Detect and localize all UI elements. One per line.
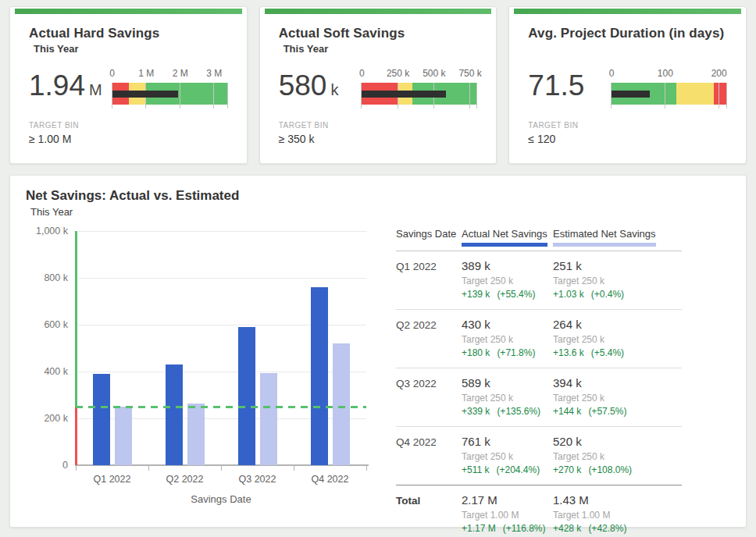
bar-actual[interactable] bbox=[166, 365, 183, 465]
y-axis-above-target bbox=[75, 231, 77, 407]
actual-cell: 430 kTarget 250 k+180 k(+71.8%) bbox=[462, 318, 553, 358]
kpi-card-actual-hard-savings: Actual Hard Savings This Year 1.94M 01 M… bbox=[9, 6, 248, 164]
kpi-title: Actual Hard Savings bbox=[29, 26, 228, 41]
bar-actual[interactable] bbox=[311, 287, 328, 465]
row-label: Q3 2022 bbox=[396, 376, 462, 389]
table-row[interactable]: Q1 2022389 kTarget 250 k+139 k(+55.4%)25… bbox=[396, 251, 682, 310]
axis-tick-label: 0 bbox=[109, 68, 115, 79]
change-pct: (+71.8%) bbox=[497, 347, 535, 358]
axis-tick bbox=[469, 83, 470, 108]
kpi-body: 580k 0250 k500 k750 k bbox=[279, 60, 478, 112]
cell-target: Target 250 k bbox=[553, 334, 682, 345]
panel-body: 0200 k400 k600 k800 k1,000 kQ1 2022Q2 20… bbox=[26, 220, 730, 537]
savings-table: Savings DateActual Net SavingsEstimated … bbox=[396, 226, 682, 537]
y-axis-label: 800 k bbox=[26, 272, 68, 283]
bar-estimated[interactable] bbox=[187, 404, 205, 465]
kpi-title: Actual Soft Savings bbox=[279, 26, 478, 41]
y-axis-label: 1,000 k bbox=[26, 226, 68, 236]
cell-change: +1.03 k(+0.4%) bbox=[553, 289, 682, 300]
target-bin-label: TARGET BIN bbox=[279, 121, 478, 130]
column-header-label: Actual Net Savings bbox=[462, 228, 547, 240]
cell-change: +511 k(+204.4%) bbox=[462, 464, 553, 475]
bar-chart: 0200 k400 k600 k800 k1,000 kQ1 2022Q2 20… bbox=[26, 220, 373, 537]
kpi-title: Avg. Project Duration (in days) bbox=[528, 26, 727, 41]
measure-bar bbox=[362, 91, 445, 98]
x-axis-label: Q3 2022 bbox=[226, 474, 289, 485]
cell-target: Target 250 k bbox=[553, 393, 682, 404]
change-pct: (+55.4%) bbox=[497, 289, 535, 300]
axis-tick bbox=[726, 83, 727, 108]
cell-target: Target 1.00 M bbox=[553, 510, 682, 521]
change-pct: (+42.8%) bbox=[588, 523, 626, 534]
bullet-zone-yellow bbox=[676, 83, 714, 105]
cell-target: Target 1.00 M bbox=[462, 510, 553, 521]
bar-actual[interactable] bbox=[238, 327, 255, 465]
axis-tick-label: 3 M bbox=[206, 68, 222, 79]
y-axis-label: 400 k bbox=[26, 366, 68, 377]
change-pct: (+108.0%) bbox=[588, 464, 632, 475]
table-row[interactable]: Q4 2022761 kTarget 250 k+511 k(+204.4%)5… bbox=[396, 427, 682, 485]
cell-target: Target 250 k bbox=[462, 276, 553, 286]
bar-estimated[interactable] bbox=[260, 373, 277, 465]
estimated-cell: 394 kTarget 250 k+144 k(+57.5%) bbox=[553, 376, 682, 417]
cell-value: 761 k bbox=[462, 435, 553, 448]
cell-value: 1.43 M bbox=[553, 493, 682, 507]
target-bin-label: TARGET BIN bbox=[29, 121, 228, 130]
table-row-total[interactable]: Total2.17 MTarget 1.00 M+1.17 M(+116.8%)… bbox=[396, 485, 682, 537]
x-axis-label: Q2 2022 bbox=[154, 474, 216, 485]
column-header-estimated[interactable]: Estimated Net Savings bbox=[553, 226, 682, 247]
change-pct: (+116.8%) bbox=[503, 523, 546, 534]
panel-title: Net Savings: Actual vs. Estimated bbox=[26, 188, 730, 204]
cell-target: Target 250 k bbox=[553, 451, 682, 462]
card-accent-strip bbox=[514, 9, 741, 14]
table-row[interactable]: Q3 2022589 kTarget 250 k+339 k(+135.6%)3… bbox=[396, 368, 682, 427]
axis-tick-label: 250 k bbox=[387, 68, 409, 79]
bullet-band bbox=[612, 83, 727, 105]
x-axis-tick bbox=[366, 465, 367, 471]
axis-tick bbox=[180, 83, 180, 108]
column-header-wrap: Actual Net Savings bbox=[462, 226, 547, 247]
x-axis-tick bbox=[148, 465, 149, 471]
column-header-savings-date[interactable]: Savings Date bbox=[396, 226, 462, 247]
kpi-value: 1.94M bbox=[29, 69, 102, 102]
y-axis-below-target bbox=[75, 407, 77, 465]
bullet-band bbox=[112, 83, 228, 105]
axis-tick-label: 200 bbox=[711, 68, 727, 79]
bullet-axis-labels: 01 M2 M3 M bbox=[112, 68, 228, 80]
plot-area bbox=[76, 231, 366, 465]
gridline bbox=[78, 278, 366, 279]
y-axis-label: 200 k bbox=[26, 413, 68, 424]
bar-actual[interactable] bbox=[93, 374, 110, 465]
x-axis-title: Savings Date bbox=[76, 493, 366, 505]
bullet-chart: 01 M2 M3 M bbox=[112, 68, 228, 105]
kpi-subtitle: This Year bbox=[29, 43, 228, 57]
x-axis-tick bbox=[294, 465, 294, 471]
kpi-body: 1.94M 01 M2 M3 M bbox=[29, 60, 228, 112]
actual-cell: 389 kTarget 250 k+139 k(+55.4%) bbox=[462, 259, 553, 300]
actual-cell: 2.17 MTarget 1.00 M+1.17 M(+116.8%) bbox=[462, 493, 553, 534]
card-accent-strip bbox=[15, 9, 242, 14]
x-axis-tick bbox=[221, 465, 222, 471]
cell-target: Target 250 k bbox=[553, 276, 682, 286]
column-header-label: Savings Date bbox=[396, 228, 456, 240]
cell-target: Target 250 k bbox=[462, 334, 553, 345]
axis-tick bbox=[665, 83, 665, 108]
bar-estimated[interactable] bbox=[333, 343, 350, 465]
column-header-actual[interactable]: Actual Net Savings bbox=[462, 226, 553, 247]
kpi-card-actual-soft-savings: Actual Soft Savings This Year 580k 0250 … bbox=[259, 6, 497, 164]
cell-change: +13.6 k(+5.4%) bbox=[553, 347, 682, 358]
change-value: +180 k bbox=[462, 347, 490, 358]
cell-value: 2.17 M bbox=[462, 493, 553, 507]
bar-estimated[interactable] bbox=[115, 407, 132, 465]
row-label: Q2 2022 bbox=[396, 318, 462, 331]
panel-subtitle: This Year bbox=[26, 206, 730, 220]
axis-tick-label: 750 k bbox=[458, 68, 481, 79]
kpi-value-number: 580 bbox=[279, 69, 327, 101]
change-value: +1.03 k bbox=[553, 289, 584, 300]
axis-tick bbox=[719, 83, 719, 108]
table-row[interactable]: Q2 2022430 kTarget 250 k+180 k(+71.8%)26… bbox=[396, 310, 682, 368]
y-axis-label: 0 bbox=[26, 460, 68, 471]
target-bin-label: TARGET BIN bbox=[528, 121, 727, 130]
x-axis-tick bbox=[76, 465, 77, 471]
x-axis-label: Q4 2022 bbox=[299, 474, 362, 485]
